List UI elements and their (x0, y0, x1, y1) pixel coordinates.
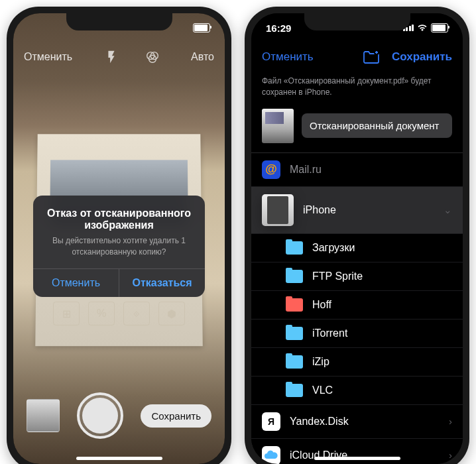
document-thumbnail[interactable] (262, 109, 294, 143)
alert-title: Отказ от отсканированного изображения (44, 207, 194, 231)
folder-downloads[interactable]: Загрузки (251, 234, 463, 262)
document-name-row: Отсканированный документ (251, 106, 463, 152)
phone-right: 16:29 Отменить Сохранить Файл «Отсканиро… (245, 7, 469, 464)
phone-left: 16:29 Отменить Авто Отказ от отсканирова… (7, 7, 231, 464)
scan-icon-1[interactable]: ⊞ (53, 302, 80, 325)
cancel-button[interactable]: Отменить (24, 51, 72, 63)
alert-cancel-button[interactable]: Отменить (33, 269, 119, 297)
alert-discard-button[interactable]: Отказаться (119, 269, 205, 297)
auto-button[interactable]: Авто (191, 51, 214, 63)
yandex-icon: Я (262, 412, 280, 431)
location-icloud[interactable]: iCloud Drive › (251, 439, 463, 464)
icloud-icon (262, 446, 280, 464)
chevron-right-icon: › (449, 416, 452, 427)
chevron-right-icon: › (449, 449, 452, 461)
home-indicator[interactable] (314, 457, 400, 460)
folder-hoff[interactable]: Hoff (251, 291, 463, 319)
filter-icon[interactable] (145, 50, 160, 64)
scan-icon-2[interactable]: % (88, 302, 115, 325)
folder-izip[interactable]: iZip (251, 348, 463, 377)
folder-itorrent[interactable]: iTorrent (251, 319, 463, 348)
save-info-text: Файл «Отсканированный документ.pdf» буде… (251, 72, 463, 106)
folder-icon (286, 241, 303, 255)
scan-icon-4[interactable]: ⬢ (158, 302, 185, 325)
folder-ftp[interactable]: FTP Sprite (251, 262, 463, 291)
alert-message: Вы действительно хотите удалить 1 отскан… (44, 235, 194, 258)
cancel-button[interactable]: Отменить (262, 50, 314, 64)
location-yandex[interactable]: Я Yandex.Disk › (251, 405, 463, 439)
folder-icon (286, 355, 303, 369)
location-mail[interactable]: Mail.ru (251, 153, 463, 187)
folder-icon (286, 327, 303, 340)
folder-icon (286, 270, 303, 283)
battery-icon (431, 23, 448, 32)
chevron-down-icon: ⌄ (444, 204, 452, 216)
new-folder-icon[interactable] (363, 50, 380, 64)
wifi-icon (417, 24, 428, 32)
location-iphone[interactable]: iPhone ⌄ (251, 187, 463, 234)
location-list: Mail.ru iPhone ⌄ Загрузки FTP Sprite Hof… (251, 152, 463, 464)
clock: 16:29 (266, 23, 291, 34)
flash-icon[interactable] (104, 50, 119, 64)
scanner-toolbar: Отменить Авто (13, 42, 225, 72)
folder-icon (286, 384, 303, 397)
save-button[interactable]: Сохранить (141, 404, 211, 428)
scan-option-icons: ⊞ % ⟐ ⬢ (53, 302, 185, 325)
folder-icon (286, 298, 303, 312)
home-indicator[interactable] (76, 457, 162, 460)
document-name-input[interactable]: Отсканированный документ (302, 113, 452, 138)
scan-icon-3[interactable]: ⟐ (123, 302, 150, 325)
shutter-button[interactable] (77, 392, 123, 439)
mail-icon (262, 160, 280, 179)
save-button[interactable]: Сохранить (392, 50, 452, 64)
folder-vlc[interactable]: VLC (251, 377, 463, 405)
discard-alert: Отказ от отсканированного изображения Вы… (33, 196, 205, 297)
battery-icon (193, 23, 210, 32)
iphone-icon (262, 194, 294, 226)
scanner-bottom-bar: Сохранить (13, 379, 225, 464)
scan-thumbnail[interactable] (27, 399, 60, 432)
files-toolbar: Отменить Сохранить (251, 42, 463, 72)
